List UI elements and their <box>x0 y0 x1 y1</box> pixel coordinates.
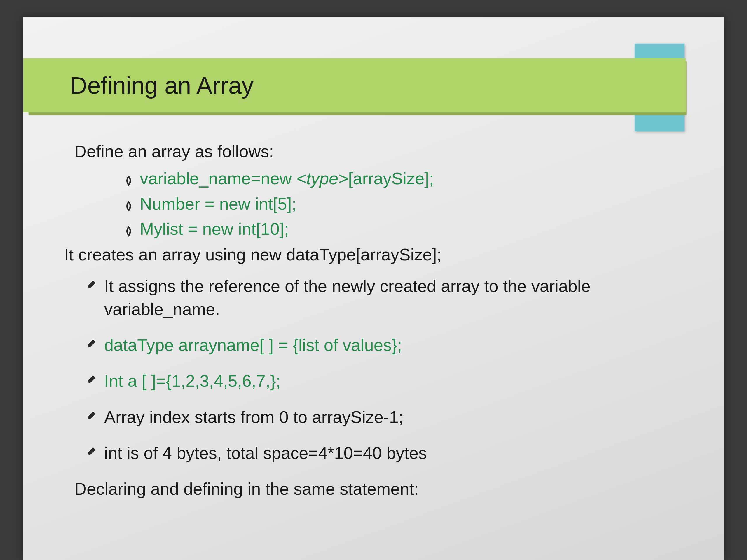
ribbon-bullet-icon <box>124 175 133 187</box>
pen-bullet-icon <box>86 280 96 290</box>
ribbon-item-text: Mylist = new int[10]; <box>140 218 289 240</box>
bullet-item: int is of 4 bytes, total space=4*10=40 b… <box>86 442 683 464</box>
bullet-text: Array index starts from 0 to arraySize-1… <box>104 406 683 428</box>
bullet-item: dataType arrayname[ ] = {list of values}… <box>86 334 683 356</box>
last-line: Declaring and defining in the same state… <box>74 477 683 500</box>
title-bar: Defining an Array <box>23 58 686 112</box>
ribbon-item: variable_name=new <type>[arraySize]; <box>124 167 683 190</box>
bullet-item: Array index starts from 0 to arraySize-1… <box>86 406 683 428</box>
text-part: [arraySize]; <box>348 169 434 188</box>
bullet-item: It assigns the reference of the newly cr… <box>86 275 683 321</box>
slide-card: Defining an Array Define an array as fol… <box>23 18 724 560</box>
slide-title: Defining an Array <box>70 72 254 99</box>
intro-line: Define an array as follows: <box>74 140 683 163</box>
ribbon-bullet-icon <box>124 225 133 237</box>
bullet-text: It assigns the reference of the newly cr… <box>104 275 683 321</box>
slide-content: Define an array as follows: variable_nam… <box>74 140 683 501</box>
bullet-text: int is of 4 bytes, total space=4*10=40 b… <box>104 442 683 464</box>
ribbon-item-text: Number = new int[5]; <box>140 192 297 215</box>
bullet-text: dataType arrayname[ ] = {list of values}… <box>104 334 683 356</box>
ribbon-item-text: variable_name=new <type>[arraySize]; <box>140 167 434 190</box>
ribbon-item: Number = new int[5]; <box>124 192 683 215</box>
bullet-text: Int a [ ]={1,2,3,4,5,6,7,}; <box>104 370 683 392</box>
text-italic: <type> <box>297 169 348 188</box>
bullet-item: Int a [ ]={1,2,3,4,5,6,7,}; <box>86 370 683 392</box>
after-ribbon-line: It creates an array using new dataType[a… <box>64 243 683 266</box>
text-part: variable_name=new <box>140 169 297 188</box>
pen-bullet-icon <box>86 339 96 349</box>
ribbon-list: variable_name=new <type>[arraySize]; Num… <box>124 167 683 240</box>
ribbon-bullet-icon <box>124 201 133 212</box>
bullet-list: It assigns the reference of the newly cr… <box>86 275 683 464</box>
text-part: Number = new int[5]; <box>140 194 297 213</box>
pen-bullet-icon <box>86 411 96 421</box>
ribbon-item: Mylist = new int[10]; <box>124 218 683 240</box>
slide-stage: Defining an Array Define an array as fol… <box>0 0 747 560</box>
pen-bullet-icon <box>86 375 96 385</box>
pen-bullet-icon <box>86 447 96 457</box>
text-part: Mylist = new int[10]; <box>140 219 289 238</box>
